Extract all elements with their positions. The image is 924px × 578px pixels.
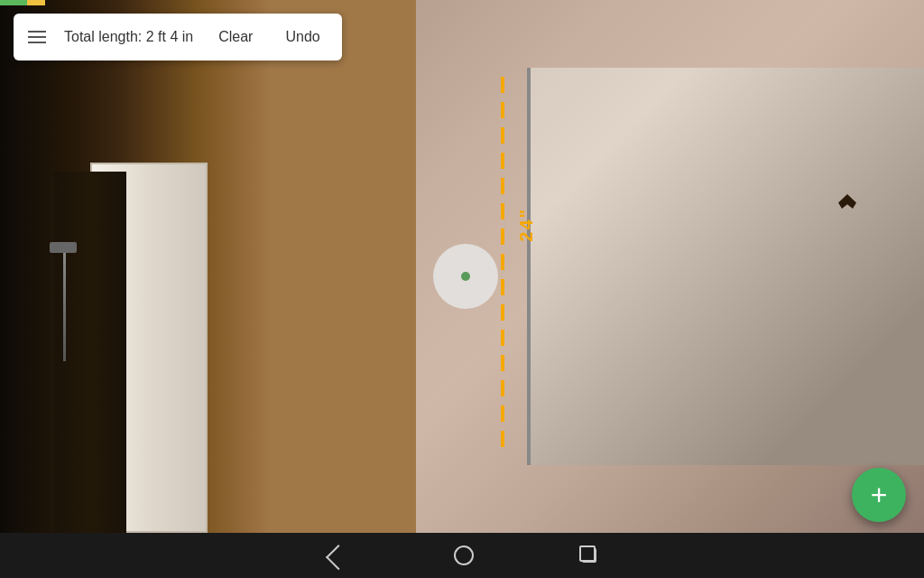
menu-button[interactable] (28, 31, 46, 43)
measurement-label: 24" (516, 208, 537, 242)
picture-frame (527, 68, 924, 465)
menu-line-2 (28, 36, 46, 38)
menu-line-1 (28, 31, 46, 33)
bird-silhouette (838, 194, 856, 209)
navigation-bar (0, 533, 924, 578)
total-length-label: Total length: 2 ft 4 in (64, 29, 193, 45)
recents-icon (582, 548, 596, 563)
home-icon (454, 545, 474, 565)
drag-point-center (461, 272, 470, 281)
home-button[interactable] (454, 545, 474, 565)
status-accent-yellow (27, 0, 45, 5)
drag-point[interactable] (433, 244, 498, 309)
status-accent-green (0, 0, 27, 5)
fab-plus-icon: + (871, 480, 888, 509)
measurement-line (501, 77, 504, 456)
lamp-head (50, 242, 77, 253)
lamp-rod (63, 253, 66, 361)
toolbar: Total length: 2 ft 4 in Clear Undo (14, 14, 342, 61)
recents-button[interactable] (582, 548, 596, 563)
camera-view: 24" (0, 0, 924, 533)
clear-button[interactable]: Clear (211, 25, 260, 49)
add-point-button[interactable]: + (852, 468, 906, 522)
back-icon (328, 546, 346, 564)
back-button[interactable] (328, 546, 346, 564)
menu-line-3 (28, 42, 46, 43)
undo-button[interactable]: Undo (278, 25, 327, 49)
